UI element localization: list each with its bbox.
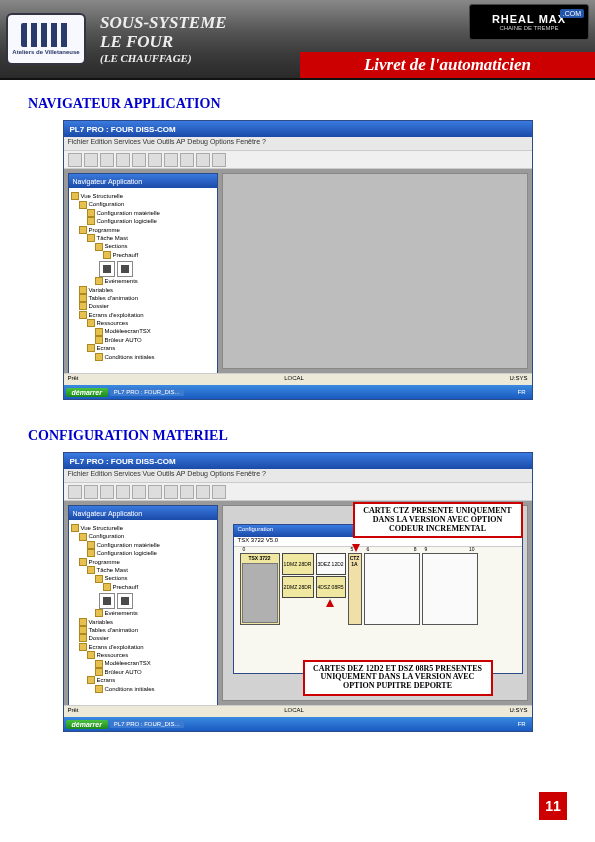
app-titlebar: PL7 PRO : FOUR DISS-COM [64, 453, 532, 469]
toolbar-button [148, 153, 162, 167]
app-canvas-empty [222, 173, 528, 369]
tree-item: Brûleur AUTO [71, 336, 215, 344]
rack-slot-empty-2: 9 10 [422, 553, 478, 625]
thumbnail-icon [117, 593, 133, 609]
folder-icon [103, 251, 111, 259]
header-brand-badge: .COM RHEAL MAX CHAINE DE TREMPE [469, 4, 589, 40]
folder-icon [87, 209, 95, 217]
tree-item: Ecrans [71, 676, 215, 684]
slot-index: 10 [469, 546, 475, 552]
folder-icon [95, 243, 103, 251]
status-mid: LOCAL [284, 707, 304, 716]
tree-item-label: Programme [89, 558, 120, 566]
rack-slot-dmz-1: 1 DMZ 28DR [282, 553, 314, 575]
slot-label: DMZ 28DR [286, 584, 311, 590]
tree-item: Brûleur AUTO [71, 668, 215, 676]
slot-index: 0 [243, 546, 246, 552]
header-title-l2: LE FOUR [100, 33, 280, 52]
callout-dez-dsz: CARTES DEZ 12D2 ET DSZ 08R5 PRESENTES UN… [303, 660, 493, 696]
app-window-config: PL7 PRO : FOUR DISS-COM Fichier Edition … [63, 452, 533, 732]
tree-thumbnails [99, 261, 215, 277]
plc-rack: 0 TSX 3722 1 DMZ 28DR 2 [234, 547, 522, 631]
folder-icon [103, 583, 111, 591]
toolbar-button [196, 153, 210, 167]
tree-item: Ecrans d'exploitation [71, 643, 215, 651]
logo-city-icon [21, 23, 71, 47]
toolbar-button [116, 153, 130, 167]
slot-label: DSZ 08R5 [320, 584, 343, 590]
tree-item: Sections [71, 242, 215, 250]
toolbar-button [180, 153, 194, 167]
folder-icon [79, 311, 87, 319]
header-title-l3: (LE CHAUFFAGE) [100, 52, 280, 64]
section-title-config-mat: CONFIGURATION MATERIEL [28, 428, 567, 444]
config-subwindow: Configuration TSX 3722 V5.0 0 TSX 3722 1 [233, 524, 523, 674]
tree-item-label: Ressources [97, 651, 129, 659]
nav-panel: Navigateur Application Vue StructurelleC… [68, 173, 218, 377]
folder-icon [79, 643, 87, 651]
brand-sub: CHAINE DE TREMPE [499, 25, 558, 31]
app-body: Navigateur Application Vue StructurelleC… [64, 169, 532, 373]
tree-item-label: Tables d'animation [89, 294, 139, 302]
tree-item: Ecrans [71, 344, 215, 352]
tree-item: Dossier [71, 302, 215, 310]
tree-item-label: Configuration logicielle [97, 549, 157, 557]
tree-item: Conditions initiales [71, 353, 215, 361]
thumbnail-icon [117, 261, 133, 277]
rack-slot-dmz-2: 2 DMZ 28DR [282, 576, 314, 598]
folder-icon [87, 234, 95, 242]
tree-item-label: Configuration matérielle [97, 209, 160, 217]
tree-item-label: Brûleur AUTO [105, 336, 142, 344]
tree-item: Evénements [71, 277, 215, 285]
tree-item-label: Configuration matérielle [97, 541, 160, 549]
slot-index: 6 [367, 546, 370, 552]
folder-icon [87, 651, 95, 659]
toolbar-button [100, 485, 114, 499]
folder-icon [79, 634, 87, 642]
config-rack-label: TSX 3722 V5.0 [234, 537, 522, 547]
nav-panel: Navigateur Application Vue StructurelleC… [68, 505, 218, 709]
rack-slot-dez: 3 DEZ 12D2 [316, 553, 346, 575]
folder-icon [95, 328, 103, 336]
nav-panel-title: Navigateur Application [69, 174, 217, 188]
page-header: Ateliers de Villetaneuse SOUS-SYSTEME LE… [0, 0, 595, 80]
tree-thumbnails [99, 593, 215, 609]
tree-item-label: Ecrans [97, 344, 116, 352]
tree-item: Tables d'animation [71, 626, 215, 634]
tree-item: Programme [71, 226, 215, 234]
tree-item-label: Sections [105, 574, 128, 582]
tree-item: Ressources [71, 651, 215, 659]
toolbar-button [116, 485, 130, 499]
thumbnail-icon [99, 261, 115, 277]
tree-item: Sections [71, 574, 215, 582]
status-left: Prêt [68, 707, 79, 716]
tree-item-label: Brûleur AUTO [105, 668, 142, 676]
status-right: U:SYS [509, 707, 527, 716]
tree-item: Vue Structurelle [71, 192, 215, 200]
taskbar-start-button: démarrer [66, 388, 108, 397]
tree-item: Programme [71, 558, 215, 566]
tree-item: Conditions initiales [71, 685, 215, 693]
tree-item: Variables [71, 618, 215, 626]
tree-item-label: Configuration logicielle [97, 217, 157, 225]
taskbar-start-button: démarrer [66, 720, 108, 729]
folder-icon [95, 660, 103, 668]
status-mid: LOCAL [284, 375, 304, 384]
folder-icon [87, 319, 95, 327]
brand-line1: RHEAL [492, 13, 535, 25]
taskbar-task: PL7 PRO : FOUR_DIS... [110, 388, 184, 396]
nav-tree: Vue StructurelleConfigurationConfigurati… [69, 188, 217, 376]
tree-item: Evénements [71, 609, 215, 617]
tree-item-label: Tables d'animation [89, 626, 139, 634]
taskbar-task: PL7 PRO : FOUR_DIS... [110, 720, 184, 728]
folder-icon [79, 302, 87, 310]
folder-icon [71, 524, 79, 532]
section-title-nav-app: NAVIGATEUR APPLICATION [28, 96, 567, 112]
tree-item-label: Sections [105, 242, 128, 250]
toolbar-button [132, 153, 146, 167]
slot-label: CTZ 1A [350, 555, 360, 567]
toolbar-button [212, 485, 226, 499]
folder-icon [95, 353, 103, 361]
header-title: SOUS-SYSTEME LE FOUR (LE CHAUFFAGE) [100, 14, 280, 63]
app-menubar: Fichier Edition Services Vue Outils AP D… [64, 469, 532, 483]
